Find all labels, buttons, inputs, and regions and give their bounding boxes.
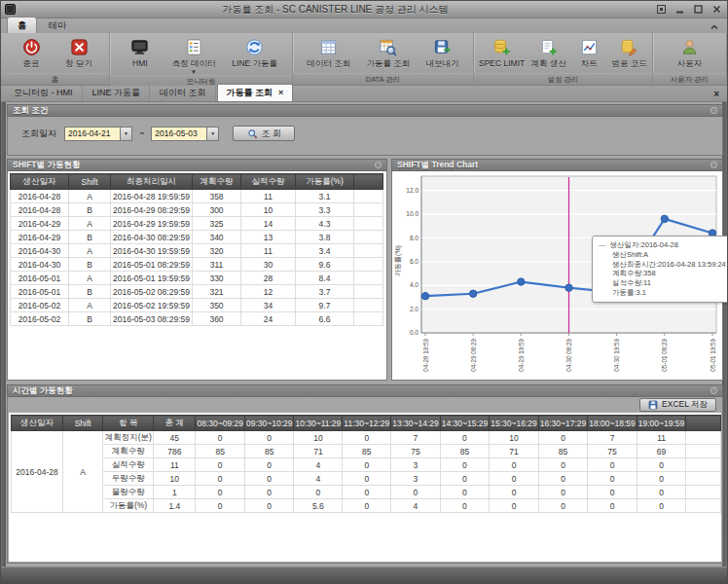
table-row[interactable]: 2016-05-02A2016-05-02 19:59:59350349.7 bbox=[11, 299, 383, 312]
table-cell: 3.1 bbox=[296, 190, 354, 203]
hour-table-header[interactable]: 08:30~09:29 bbox=[196, 416, 245, 431]
panel-pin-icon[interactable] bbox=[710, 162, 717, 168]
table-cell: 2016-05-02 08:29:59 bbox=[111, 285, 193, 299]
hour-table-header[interactable]: Shift bbox=[63, 416, 103, 431]
hour-table-header[interactable]: 14:30~15:29 bbox=[440, 416, 490, 431]
shift-table-header[interactable]: 가동률(%) bbox=[296, 174, 354, 190]
hour-table-header[interactable]: 11:30~12:29 bbox=[343, 416, 391, 431]
tabbar-close-icon[interactable]: × bbox=[710, 89, 723, 101]
shift-panel-header: SHIFT별 가동현황 bbox=[7, 159, 387, 171]
ribbon-button-측정-데이터[interactable]: 측정 데이터▼ bbox=[168, 35, 220, 75]
ribbon-group: 사용자사용자 관리 bbox=[653, 33, 727, 85]
hourly-status-panel: 시간별 가동현황 EXCEL 저장 생산일자Shift항 목총 계08:30~0… bbox=[7, 384, 723, 564]
hour-table-header[interactable]: 항 목 bbox=[103, 416, 154, 431]
table-row[interactable]: 실적수량110040300000 bbox=[12, 458, 721, 472]
ribbon-button-범용-코드[interactable]: 범용 코드 bbox=[608, 35, 650, 73]
panel-pin-icon[interactable] bbox=[710, 107, 717, 114]
table-cell: A bbox=[69, 244, 111, 258]
table-row[interactable]: 계획수량78685857185758571857569 bbox=[12, 445, 721, 458]
table-cell: 8.4 bbox=[296, 272, 354, 285]
spec-limit-icon bbox=[492, 37, 511, 57]
table-row[interactable]: 2016-04-28B2016-04-29 08:29:59300103.3 bbox=[11, 203, 383, 217]
table-cell: 85 bbox=[196, 445, 245, 458]
table-cell: 1.4 bbox=[154, 499, 196, 513]
shift-table-header[interactable]: 실적수량 bbox=[241, 174, 296, 190]
excel-save-button-label: EXCEL 저장 bbox=[662, 399, 708, 411]
hour-table-date-cell: 2016-04-28 bbox=[12, 431, 63, 513]
shift-table-header[interactable]: 최종처리일시 bbox=[111, 174, 193, 190]
table-cell: 0 bbox=[490, 472, 539, 486]
search-button[interactable]: 조 회 bbox=[233, 126, 295, 141]
ribbon-button-내보내기[interactable]: 내보내기 bbox=[422, 35, 463, 73]
minimize-icon[interactable] bbox=[673, 4, 686, 15]
window-style-icon[interactable] bbox=[655, 4, 668, 15]
table-cell: 325 bbox=[193, 217, 241, 231]
table-cell: 0 bbox=[490, 458, 539, 472]
ribbon-button-차트[interactable]: 차트 bbox=[569, 35, 608, 73]
table-row[interactable]: 2016-05-02B2016-05-03 08:29:59360246.6 bbox=[11, 312, 383, 326]
app-icon bbox=[5, 4, 16, 15]
table-row[interactable]: 2016-05-01B2016-05-02 08:29:59321123.7 bbox=[11, 285, 383, 299]
date-from-input[interactable] bbox=[64, 127, 120, 141]
ribbon-tab-홈[interactable]: 홈 bbox=[7, 17, 37, 33]
table-cell-filler bbox=[354, 190, 383, 203]
document-tab-LINE-가동률[interactable]: LINE 가동률 bbox=[84, 85, 151, 101]
date-from-dropdown-icon[interactable]: ▼ bbox=[120, 127, 132, 141]
table-row[interactable]: 2016-04-28A계획정지(분)450010070100711 bbox=[12, 431, 721, 445]
table-cell: 0 bbox=[343, 499, 391, 513]
hour-table-header[interactable]: 19:00~19:59 bbox=[637, 416, 686, 431]
table-cell: 3 bbox=[391, 458, 441, 472]
ribbon-button-SPEC-LIMIT[interactable]: SPEC LIMIT bbox=[476, 35, 528, 73]
hour-table-header[interactable]: 생산일자 bbox=[12, 416, 63, 431]
ribbon-button-데이터-조회[interactable]: 데이터 조회 bbox=[303, 35, 354, 73]
hour-table-header[interactable]: 18:00~18:59 bbox=[588, 416, 637, 431]
table-row[interactable]: 2016-05-01A2016-05-01 19:59:59330288.4 bbox=[11, 272, 383, 285]
date-to-dropdown-icon[interactable]: ▼ bbox=[206, 127, 219, 141]
svg-text:6.0: 6.0 bbox=[410, 258, 419, 265]
table-row[interactable]: 2016-04-29A2016-04-29 19:59:59325144.3 bbox=[11, 217, 383, 231]
ribbon-button-LINE-가동률[interactable]: LINE 가동률 bbox=[228, 35, 281, 75]
table-row[interactable]: 2016-04-30A2016-04-30 19:59:59320113.4 bbox=[11, 244, 383, 258]
maximize-icon[interactable] bbox=[692, 4, 705, 15]
date-to-input[interactable] bbox=[151, 127, 206, 141]
ribbon-button-가동률-조회[interactable]: 가동률 조회 bbox=[363, 35, 415, 73]
hour-table-header[interactable]: 09:30~10:29 bbox=[244, 416, 294, 431]
hour-table-header[interactable]: 총 계 bbox=[154, 416, 196, 431]
panel-pin-icon[interactable] bbox=[710, 387, 717, 394]
close-window-icon bbox=[70, 37, 89, 57]
hmi-icon bbox=[130, 37, 149, 57]
table-cell: 0 bbox=[538, 458, 588, 472]
table-row[interactable]: 가동률(%)1.4005.60400000 bbox=[12, 499, 721, 513]
ribbon-tab-테마[interactable]: 테마 bbox=[39, 18, 76, 33]
hour-table-header[interactable]: 16:30~17:29 bbox=[538, 416, 588, 431]
ribbon-button-종료[interactable]: 종료 bbox=[12, 35, 51, 73]
table-cell bbox=[686, 445, 721, 458]
shift-table-header[interactable]: 계획수량 bbox=[193, 174, 241, 190]
window-title: 가동률 조회 - SC CANISTER LINE 공정 관리 시스템 bbox=[16, 3, 655, 17]
ribbon-button-계획-생산[interactable]: 계획 생산 bbox=[528, 35, 569, 73]
ribbon-button-창-닫기[interactable]: 창 닫기 bbox=[59, 35, 98, 73]
hour-table-header[interactable]: 13:30~14:29 bbox=[391, 416, 441, 431]
table-row[interactable]: 불량수량10000000000 bbox=[12, 486, 721, 499]
panel-pin-icon[interactable] bbox=[375, 162, 382, 168]
excel-save-button[interactable]: EXCEL 저장 bbox=[639, 398, 716, 412]
hour-table-header[interactable]: 10:30~11:29 bbox=[294, 416, 343, 431]
tab-close-icon[interactable]: × bbox=[278, 88, 283, 97]
document-tab-데이터-조회[interactable]: 데이터 조회 bbox=[151, 85, 216, 101]
table-cell: 3.7 bbox=[296, 285, 354, 299]
table-row[interactable]: 2016-04-29B2016-04-30 08:29:59340133.8 bbox=[11, 231, 383, 244]
document-tab-가동률-조회[interactable]: 가동률 조회× bbox=[217, 84, 294, 101]
hour-table-header[interactable]: 15:30~16:29 bbox=[490, 416, 539, 431]
ribbon-collapse-chevron-up-icon[interactable] bbox=[708, 21, 721, 33]
document-tab-모니터링---HMI[interactable]: 모니터링 - HMI bbox=[5, 85, 83, 101]
close-icon[interactable] bbox=[710, 4, 723, 15]
ribbon-button-HMI[interactable]: HMI bbox=[121, 35, 160, 75]
table-cell: 2016-05-02 bbox=[11, 312, 69, 326]
ribbon-button-사용자[interactable]: 사용자 bbox=[671, 35, 710, 73]
shift-table-header[interactable]: Shift bbox=[69, 174, 111, 190]
table-row[interactable]: 2016-04-30B2016-05-01 08:29:59311309.6 bbox=[11, 258, 383, 272]
table-row[interactable]: 2016-04-28A2016-04-28 19:59:59358113.1 bbox=[11, 190, 383, 203]
ribbon-group-label: DATA 관리 bbox=[293, 73, 473, 85]
shift-table-header[interactable]: 생산일자 bbox=[11, 174, 69, 190]
table-row[interactable]: 우량수량100040300000 bbox=[12, 472, 721, 486]
